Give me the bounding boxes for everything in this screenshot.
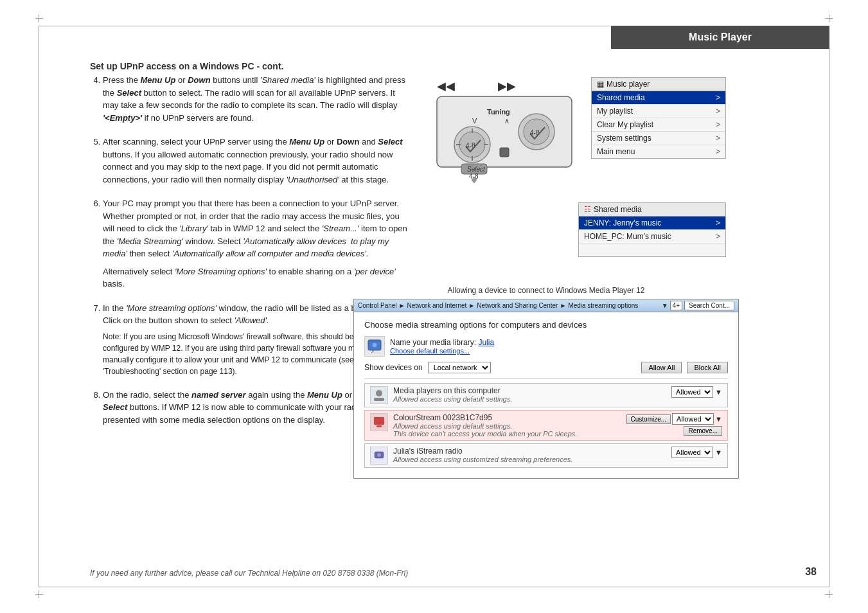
svg-text:Select: Select — [467, 166, 486, 173]
wmp-breadcrumb: Control Panel ► Network and Internet ► N… — [358, 302, 662, 309]
menu-item-main-menu: Main menu > — [592, 145, 725, 158]
wmp-name-row: ♬ Name your media library: Julia Choose … — [364, 336, 728, 357]
menu-box-1: ▦ Music player Shared media > My playlis… — [591, 77, 726, 159]
menu-item-my-playlist: My playlist > — [592, 105, 725, 118]
device3-status-select[interactable]: Allowed — [671, 447, 713, 458]
header-bar: Music Player — [611, 26, 829, 49]
list-item: After scanning, select your UPnP server … — [103, 136, 411, 186]
svg-rect-27 — [376, 425, 382, 427]
shared-media-header: ☷ Shared media — [579, 203, 725, 217]
wmp-caption: Allowing a device to connect to Windows … — [353, 286, 739, 295]
svg-rect-26 — [374, 417, 384, 425]
page-border-left — [39, 26, 39, 587]
svg-text:∧: ∧ — [504, 117, 509, 125]
svg-point-29 — [377, 453, 381, 457]
shared-media-jenny: JENNY: Jenny's music > — [579, 217, 725, 230]
page-number: 38 — [805, 566, 817, 578]
allow-all-button[interactable]: Allow All — [641, 362, 682, 373]
device1-status-select[interactable]: Allowed — [671, 386, 713, 398]
tick-tl-v — [39, 15, 39, 22]
svg-point-22 — [372, 342, 377, 348]
wmp-titlebar: Control Panel ► Network and Internet ► N… — [354, 299, 738, 312]
svg-text:Tuning: Tuning — [487, 108, 510, 116]
svg-text:◀◀: ◀◀ — [437, 80, 455, 93]
wmp-show-devices-row: Show devices on Local network Allow All … — [364, 362, 728, 373]
wmp-main-title: Choose media streaming options for compu… — [364, 320, 728, 330]
tick-bl-v — [39, 591, 39, 598]
wmp-icon: ♬ — [364, 336, 385, 357]
list-item: Press the Menu Up or Down buttons until … — [103, 74, 411, 124]
list-item: Your PC may prompt you that there has be… — [103, 197, 411, 290]
menu-item-shared-media: Shared media > — [592, 91, 725, 105]
tick-tl-h — [35, 18, 43, 19]
shared-media-box: ☷ Shared media JENNY: Jenny's music > HO… — [578, 202, 726, 257]
page-title: Music Player — [689, 31, 752, 43]
svg-text:V: V — [472, 117, 477, 125]
block-all-button[interactable]: Block All — [687, 362, 728, 373]
menu-item-clear-playlist: Clear My playlist > — [592, 118, 725, 132]
remove-button[interactable]: Remove... — [684, 426, 722, 436]
wmp-area: Allowing a device to connect to Windows … — [353, 286, 739, 479]
tick-bl-h — [35, 594, 43, 595]
wmp-device-row: Julia's iStream radio Allowed access usi… — [364, 443, 728, 468]
device2-status-select[interactable]: Allowed — [672, 413, 714, 425]
svg-point-24 — [376, 390, 382, 396]
wmp-search-area: ▼ 4+ Search Cont... — [662, 301, 734, 310]
show-devices-select[interactable]: Local network — [428, 362, 491, 373]
svg-rect-16 — [500, 148, 509, 157]
tick-br-v — [829, 591, 829, 598]
page-border-right — [829, 26, 829, 587]
wmp-device-row: Media players on this computer Allowed a… — [364, 383, 728, 407]
tick-tr-v — [829, 15, 829, 22]
menu-item-system-settings: System settings > — [592, 132, 725, 145]
wmp-window: Control Panel ► Network and Internet ► N… — [353, 299, 739, 479]
svg-rect-25 — [374, 398, 384, 401]
svg-text:♬: ♬ — [371, 349, 374, 353]
svg-text:▶▶: ▶▶ — [498, 80, 516, 93]
section-title: Set up UPnP access on a Windows PC - con… — [90, 61, 283, 71]
page-border-bottom — [39, 587, 829, 587]
menu-box-header-1: ▦ Music player — [592, 78, 725, 91]
wmp-content: Choose media streaming options for compu… — [354, 312, 738, 478]
shared-media-mum: HOME_PC: Mum's music > — [579, 230, 725, 244]
footer-text: If you need any further advice, please c… — [90, 569, 408, 578]
customize-button[interactable]: Customize... — [626, 414, 671, 424]
radio-illustration: ◀◀ ▶▶ Tuning V ∧ 4-8 4-8 — [430, 77, 578, 179]
wmp-device-row: ColourStream 0023B1C7d95 Allowed access … — [364, 410, 728, 441]
